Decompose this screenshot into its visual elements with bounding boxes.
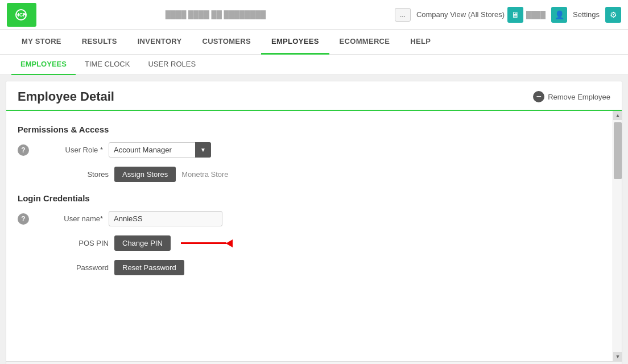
scroll-up-arrow[interactable]: ▲ [613, 111, 622, 120]
scrollbar[interactable]: ▲ ▼ [613, 111, 622, 361]
company-view: Company View (All Stores) 🖥 ████ [416, 7, 546, 23]
password-control: Reset Password [114, 260, 184, 275]
pos-pin-label: POS PIN [40, 239, 109, 247]
remove-employee-label: Remove Employee [548, 93, 610, 101]
red-arrow-indicator [181, 239, 233, 247]
remove-icon: − [533, 91, 544, 102]
nav-customers[interactable]: CUSTOMERS [192, 30, 261, 55]
scrollbar-thumb[interactable] [614, 122, 622, 179]
ncr-logo-circle: NCR [15, 9, 27, 20]
arrow-line [181, 242, 226, 244]
nav-employees[interactable]: EMPLOYEES [261, 30, 329, 55]
stores-control: Assign Stores Monetra Store [114, 167, 229, 182]
username-label: User name* [35, 214, 103, 223]
user-role-select-wrapper: Account Manager Manager Cashier Admin ▼ [109, 142, 211, 158]
user-icon[interactable]: 👤 [551, 7, 567, 23]
scroll-down-arrow[interactable]: ▼ [613, 352, 622, 361]
page-title: Employee Detail [18, 89, 114, 104]
page-header: Employee Detail − Remove Employee [6, 81, 622, 111]
nav-results[interactable]: RESULTS [72, 30, 127, 55]
stores-row: Stores Assign Stores Monetra Store [18, 167, 601, 182]
company-view-text: Company View (All Stores) [416, 10, 505, 19]
user-id-blurred: ████ [526, 11, 546, 19]
pos-pin-row: POS PIN Change PIN [18, 235, 601, 251]
permissions-section-title: Permissions & Access [18, 125, 601, 134]
ncr-logo: NCR [7, 3, 36, 27]
content-area: Permissions & Access ? User Role * Accou… [6, 111, 622, 361]
store-name-text: Monetra Store [181, 170, 228, 179]
settings-label: Settings [573, 10, 600, 19]
nav-inventory[interactable]: INVENTORY [127, 30, 192, 55]
main-content: Permissions & Access ? User Role * Accou… [6, 111, 613, 361]
nav-my-store[interactable]: MY STORE [11, 30, 72, 55]
username-row: ? User name* [18, 211, 601, 226]
gear-icon[interactable]: ⚙ [605, 7, 621, 23]
monitor-icon[interactable]: 🖥 [507, 7, 523, 23]
remove-employee-button[interactable]: − Remove Employee [533, 91, 610, 102]
username-help-icon[interactable]: ? [18, 213, 29, 225]
login-section-title: Login Credentials [18, 193, 601, 203]
user-role-select[interactable]: Account Manager Manager Cashier Admin [109, 142, 211, 158]
more-button[interactable]: ... [395, 8, 411, 22]
username-input[interactable] [109, 211, 222, 226]
user-role-row: ? User Role * Account Manager Manager Ca… [18, 142, 601, 158]
arrow-head [226, 239, 233, 247]
assign-stores-button[interactable]: Assign Stores [114, 167, 176, 182]
footer-bar: Save Changes Discard Changes Close [6, 361, 622, 364]
user-role-help-icon[interactable]: ? [18, 144, 29, 156]
nav-ecommerce[interactable]: ECOMMERCE [329, 30, 400, 55]
sub-nav: EMPLOYEES TIME CLOCK USER ROLES [0, 55, 628, 75]
main-nav: MY STORE RESULTS INVENTORY CUSTOMERS EMP… [0, 30, 628, 55]
store-name-blurred: ████ ████ ██ ████████ [42, 10, 389, 19]
page-wrapper: Employee Detail − Remove Employee Permis… [6, 81, 622, 364]
stores-label: Stores [40, 170, 109, 179]
user-role-control: Account Manager Manager Cashier Admin ▼ [109, 142, 211, 158]
top-header: NCR ████ ████ ██ ████████ ... Company Vi… [0, 0, 628, 30]
password-label: Password [40, 263, 109, 272]
nav-help[interactable]: HELP [400, 30, 441, 55]
username-control [109, 211, 222, 226]
sub-nav-user-roles[interactable]: USER ROLES [139, 55, 205, 75]
sub-nav-employees[interactable]: EMPLOYEES [11, 55, 76, 75]
reset-password-button[interactable]: Reset Password [114, 260, 184, 275]
pos-pin-control: Change PIN [114, 235, 233, 251]
change-pin-button[interactable]: Change PIN [114, 235, 171, 251]
password-row: Password Reset Password [18, 260, 601, 275]
sub-nav-time-clock[interactable]: TIME CLOCK [76, 55, 139, 75]
user-role-label: User Role * [35, 146, 103, 154]
